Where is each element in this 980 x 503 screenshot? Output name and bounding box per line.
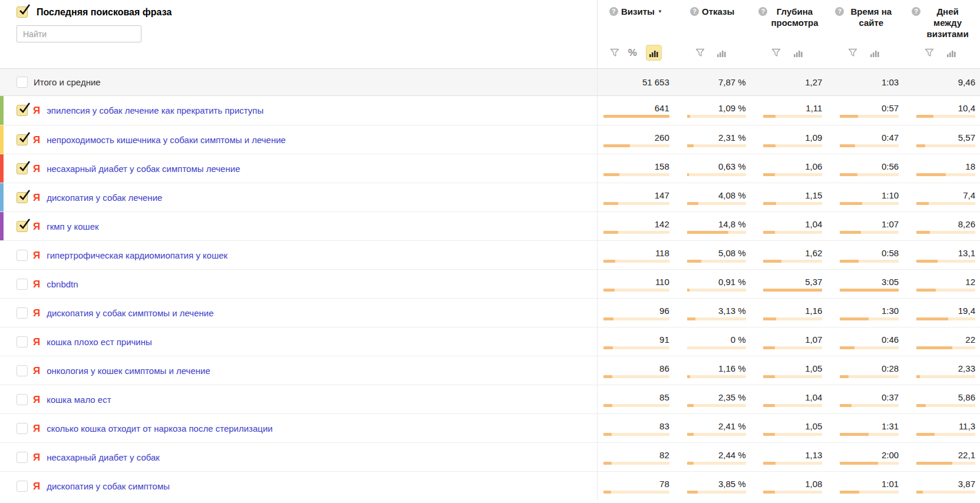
metric-bar xyxy=(763,202,822,205)
percent-toggle-button[interactable]: % xyxy=(628,47,637,59)
metric-value: 1:10 xyxy=(882,190,899,200)
metric-value: 1,27 xyxy=(805,77,822,87)
metric-value: 13,1 xyxy=(958,248,975,258)
totals-label: Итого и средние xyxy=(34,77,101,87)
histogram-icon xyxy=(649,49,658,57)
yandex-favicon: Я xyxy=(33,250,40,260)
help-icon[interactable]: ? xyxy=(690,7,699,16)
search-phrase-link[interactable]: сколько кошка отходит от наркоза после с… xyxy=(47,423,272,433)
search-phrase-link[interactable]: непроходимость кишечника у собаки симпто… xyxy=(47,135,286,145)
histogram-icon xyxy=(946,49,956,57)
yandex-favicon: Я xyxy=(33,337,40,347)
row-checkbox[interactable] xyxy=(17,481,28,492)
metric-value: 147 xyxy=(655,190,669,200)
metrica-report-table: Последняя поисковая фраза ?Визиты▼%?Отка… xyxy=(0,0,980,503)
search-phrase-link[interactable]: гипертрофическая кардиомиопатия у кошек xyxy=(47,250,227,260)
filter-button[interactable] xyxy=(695,48,705,57)
filter-icon xyxy=(925,48,934,57)
metric-cell: 0,63 % xyxy=(674,154,751,183)
row-checkbox[interactable] xyxy=(17,163,28,174)
metric-column-1: ?Отказы xyxy=(674,0,751,68)
search-phrase-link[interactable]: гкмп у кошек xyxy=(47,221,98,231)
metric-cell: 18 xyxy=(903,154,980,183)
row-checkbox[interactable] xyxy=(17,250,28,261)
row-checkbox[interactable] xyxy=(17,452,28,463)
metric-cell: 86 xyxy=(598,356,674,385)
row-checkbox[interactable] xyxy=(17,192,28,203)
chart-toggle-button[interactable] xyxy=(790,45,806,61)
metric-cell: 3,13 % xyxy=(674,299,751,327)
metric-bar xyxy=(916,346,975,349)
totals-checkbox[interactable] xyxy=(17,77,28,88)
metric-value: 51 653 xyxy=(642,77,669,87)
search-phrase-link[interactable]: кошка плохо ест причины xyxy=(47,337,152,347)
help-icon[interactable]: ? xyxy=(758,7,767,16)
yandex-favicon: Я xyxy=(33,193,40,203)
help-icon[interactable]: ? xyxy=(912,7,920,16)
metric-bar xyxy=(763,317,822,320)
row-checkbox[interactable] xyxy=(17,423,28,434)
row-checkbox[interactable] xyxy=(17,221,28,232)
metric-bar xyxy=(603,433,669,436)
row-checkbox[interactable] xyxy=(17,336,28,348)
search-phrase-link[interactable]: онкология у кошек симптомы и лечение xyxy=(47,366,210,376)
row-checkbox[interactable] xyxy=(17,307,28,319)
filter-button[interactable] xyxy=(771,48,781,57)
chart-toggle-button[interactable] xyxy=(714,45,730,61)
yandex-favicon: Я xyxy=(33,395,40,405)
table-row: Ядископатия у собак симптомы783,85 %1,08… xyxy=(0,471,980,500)
search-phrase-link[interactable]: несахарный диабет у собак симптомы лечен… xyxy=(47,164,240,174)
metric-value: 0:56 xyxy=(882,161,899,171)
chart-toggle-button[interactable] xyxy=(646,45,662,61)
metric-bar xyxy=(840,317,899,320)
select-all-checkbox[interactable] xyxy=(17,6,28,18)
row-checkbox[interactable] xyxy=(17,105,28,116)
phrase-cell: Ясколько кошка отходит от наркоза после … xyxy=(0,414,598,442)
metric-bar xyxy=(687,173,746,176)
metric-column-4: ?Дней между визитами xyxy=(903,0,980,68)
table-row: Ягкмп у кошек14214,8 %1,041:078,26 xyxy=(0,211,980,240)
metric-value: 1,16 % xyxy=(718,363,746,373)
metric-value: 78 xyxy=(659,479,669,489)
row-checkbox[interactable] xyxy=(17,279,28,290)
column-header-label[interactable]: ?Отказы xyxy=(690,6,734,17)
metric-value: 2,35 % xyxy=(718,392,746,402)
row-checkbox[interactable] xyxy=(17,134,28,145)
metric-cell: 1,09 % xyxy=(674,96,751,125)
filter-button[interactable] xyxy=(610,48,619,57)
chart-toggle-button[interactable] xyxy=(866,45,882,61)
chart-toggle-button[interactable] xyxy=(943,45,959,61)
column-header-label[interactable]: ?Дней между визитами xyxy=(912,6,972,39)
metric-value: 9,46 xyxy=(958,77,975,87)
search-phrase-link[interactable]: дископатия у собак лечение xyxy=(47,193,162,203)
metric-value: 2,41 % xyxy=(718,421,746,431)
search-phrase-link[interactable]: несахарный диабет у собак xyxy=(47,452,160,462)
segment-color-marker xyxy=(0,183,4,211)
help-icon[interactable]: ? xyxy=(609,7,618,16)
metric-bar xyxy=(763,491,822,494)
column-header-label[interactable]: ?Глубина просмотра xyxy=(758,6,819,28)
search-phrase-link[interactable]: дископатия у собак симптомы и лечение xyxy=(47,308,213,318)
metric-cell: 5,57 xyxy=(903,125,980,154)
help-icon[interactable]: ? xyxy=(835,7,844,16)
row-checkbox[interactable] xyxy=(17,365,28,376)
row-checkbox[interactable] xyxy=(17,394,28,405)
search-phrase-link[interactable]: cbnbdtn xyxy=(47,279,78,289)
filter-button[interactable] xyxy=(925,48,934,57)
metric-cell: 260 xyxy=(598,125,674,154)
column-header-label[interactable]: ?Время на сайте xyxy=(835,6,895,28)
metric-cell: 2:00 xyxy=(827,443,903,471)
metric-value: 3,87 xyxy=(958,479,975,489)
column-header-label[interactable]: ?Визиты▼ xyxy=(609,6,662,17)
search-input[interactable] xyxy=(17,25,141,42)
filter-button[interactable] xyxy=(848,48,857,57)
metric-cell: 85 xyxy=(598,385,674,413)
metric-value: 1,04 xyxy=(805,219,822,229)
search-phrase-link[interactable]: эпилепсия у собак лечение как прекратить… xyxy=(47,105,263,115)
search-phrase-link[interactable]: кошка мало ест xyxy=(47,395,111,405)
metric-bar xyxy=(687,404,746,407)
metric-cell: 5,86 xyxy=(903,385,980,413)
search-phrase-link[interactable]: дископатия у собак симптомы xyxy=(47,481,170,491)
metric-value: 1:03 xyxy=(882,77,899,87)
table-row: Ягипертрофическая кардиомиопатия у кошек… xyxy=(0,240,980,269)
